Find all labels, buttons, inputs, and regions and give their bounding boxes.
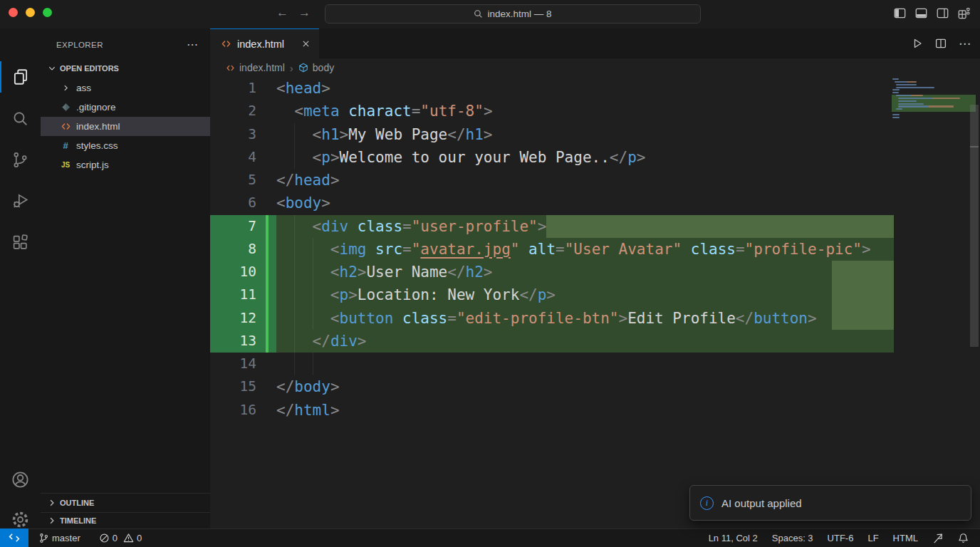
code-text: <body> [276,192,330,214]
tab-index-html[interactable]: index.html [210,28,319,58]
minimap[interactable] [889,78,967,123]
code-text: </html> [276,399,340,422]
tree-item-script-js[interactable]: JS script.js [41,155,210,174]
code-text: <p>Location: New York</p> [276,283,556,306]
line-number[interactable]: 1 [210,77,276,100]
notifications-bell-icon[interactable] [954,533,973,543]
sidebar-title: EXPLORER [56,41,103,49]
code-line[interactable]: 4 <p>Welcome to our your Web Page..</p> [210,146,980,169]
errors-icon [99,533,110,543]
code-text: <p>Welcome to our your Web Page..</p> [276,146,645,169]
toggle-panel-icon[interactable] [915,7,927,19]
toggle-sidebar-right-icon[interactable] [937,7,949,19]
close-window-button[interactable] [9,8,18,17]
code-text: <div class="user-profile"> [276,215,546,238]
more-actions-icon[interactable]: ⋯ [959,36,971,51]
vertical-scrollbar[interactable] [970,105,979,347]
code-line[interactable]: 15</body> [210,375,980,398]
search-view-icon[interactable] [0,100,41,136]
code-line[interactable]: 6<body> [210,192,980,214]
notification-toast[interactable]: i AI output applied [689,485,971,521]
flag-icon[interactable] [928,533,948,544]
status-bar: master 0 0 Ln 11, Col 2 Spaces: 3 UTF-6 … [0,528,980,547]
close-tab-icon[interactable] [301,39,311,48]
html-icon [226,63,235,73]
chevron-right-icon [60,84,71,92]
warnings-icon [123,533,134,543]
run-file-icon[interactable] [912,38,923,49]
notification-text: AI output applied [721,497,802,509]
zoom-window-button[interactable] [43,8,52,17]
title-bar: ← → index.html — 8 [0,0,980,28]
tree-item-styles-css[interactable]: # styles.css [41,136,210,155]
minimap-line [898,100,917,102]
code-editor[interactable]: 1<head>2 <meta charact="utf-8">3 <h1>My … [210,77,980,528]
timeline-section[interactable]: TIMELINE [41,512,210,528]
minimap-line [898,98,960,99]
tree-item-index-html[interactable]: index.html [41,117,210,136]
git-branch-status[interactable]: master [34,529,85,547]
line-number[interactable]: 14 [210,353,276,375]
code-text: <h1>My Web Page</h1> [276,123,493,146]
diff-added-bar [266,283,269,306]
line-number[interactable]: 5 [210,169,276,192]
line-number[interactable]: 2 [210,100,276,123]
customize-layout-icon[interactable] [958,7,970,19]
code-line[interactable]: 13 </div> [210,330,980,353]
editor-group: index.html ⋯ index.html › body 1<head>2 … [210,28,980,528]
info-icon: i [700,496,714,510]
code-line[interactable]: 11 <p>Location: New York</p> [210,283,980,306]
indentation-status[interactable]: Spaces: 3 [768,533,818,543]
eol-status[interactable]: LF [863,533,882,543]
language-mode-status[interactable]: HTML [889,533,922,543]
outline-section[interactable]: OUTLINE [41,493,210,512]
split-editor-icon[interactable] [935,38,947,49]
diff-added-bar [266,261,269,283]
cursor-position-status[interactable]: Ln 11, Col 2 [704,533,762,543]
code-line[interactable]: 14 [210,353,980,375]
remote-icon [9,532,20,543]
code-line[interactable]: 10 <h2>User Name</h2> [210,261,980,283]
views-more-actions-icon[interactable]: ⋯ [187,38,199,51]
account-icon[interactable] [0,462,41,497]
line-number[interactable]: 3 [210,123,276,146]
forward-arrow-icon[interactable]: → [298,6,311,20]
code-line[interactable]: 5</head> [210,169,980,192]
code-text: <head> [276,77,330,100]
back-arrow-icon[interactable]: ← [276,6,288,20]
explorer-icon[interactable] [0,59,41,95]
js-icon: JS [60,161,71,169]
code-text: </head> [276,169,340,192]
line-number[interactable]: 15 [210,375,276,398]
code-line[interactable]: 12 <button class="edit-profile-btn">Edit… [210,307,980,330]
tree-item-ass[interactable]: ass [41,78,210,98]
code-line[interactable]: 7 <div class="user-profile"> [210,215,980,238]
code-line[interactable]: 3 <h1>My Web Page</h1> [210,123,980,146]
explorer-sidebar: EXPLORER ⋯ OPEN EDITORS ass .gitignore i… [41,28,210,528]
breadcrumb-symbol[interactable]: body [313,62,334,73]
command-center-search[interactable]: index.html — 8 [325,4,701,24]
html-icon [60,121,71,132]
code-line[interactable]: 1<head> [210,77,980,100]
open-editors-section[interactable]: OPEN EDITORS [41,60,210,77]
code-line[interactable]: 8 <img src="avatar.jpg" alt="User Avatar… [210,238,980,261]
source-control-icon[interactable] [0,142,41,177]
minimize-window-button[interactable] [26,8,35,17]
diff-added-bar [266,307,269,330]
toggle-sidebar-left-icon[interactable] [894,7,906,19]
code-line[interactable]: 2 <meta charact="utf-8"> [210,100,980,123]
run-debug-icon[interactable] [0,183,41,219]
code-text: <meta charact="utf-8"> [276,100,493,123]
line-number[interactable]: 16 [210,399,276,422]
problems-status[interactable]: 0 0 [95,529,146,547]
remote-indicator[interactable] [0,528,28,547]
line-number[interactable]: 6 [210,192,276,214]
chevron-down-icon [48,64,56,73]
code-line[interactable]: 16</html> [210,399,980,422]
encoding-status[interactable]: UTF-6 [823,533,858,543]
extensions-icon[interactable] [0,224,41,260]
tree-item-gitignore[interactable]: .gitignore [41,98,210,117]
breadcrumb-file[interactable]: index.html [239,62,285,73]
line-number[interactable]: 4 [210,146,276,169]
diff-added-bar [266,215,269,238]
